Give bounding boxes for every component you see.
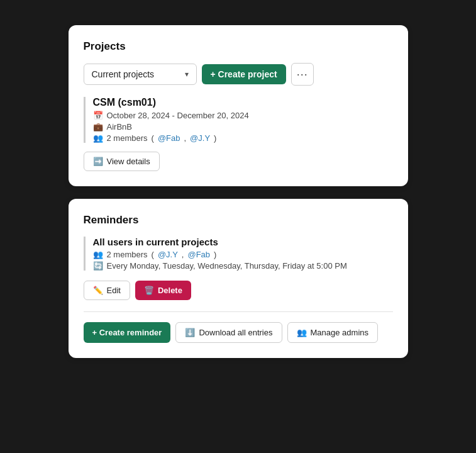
create-reminder-button[interactable]: + Create reminder [84, 322, 171, 343]
reminders-card: Reminders All users in current projects … [69, 199, 408, 358]
manage-admins-button[interactable]: 👥 Manage admins [287, 322, 379, 343]
project-company: 💼 AirBnB [93, 122, 393, 131]
project-members: 👥 2 members (@Fab, @J.Y) [93, 133, 393, 143]
view-details-label: View details [107, 157, 150, 166]
reminder-name: All users in current projects [93, 237, 393, 247]
edit-label: Edit [107, 286, 121, 295]
member1-link[interactable]: @Fab [158, 133, 180, 143]
download-icon: ⬇️ [185, 328, 195, 337]
briefcase-icon: 💼 [93, 122, 103, 131]
project-date: 📅 October 28, 2024 - December 20, 2024 [93, 111, 393, 120]
download-label: Download all entries [199, 328, 272, 337]
projects-toolbar: Current projects ▾ + Create project ··· [84, 63, 393, 86]
projects-dropdown[interactable]: Current projects ▾ [84, 64, 197, 85]
reminder-member2-link[interactable]: @Fab [187, 250, 210, 259]
bottom-actions: + Create reminder ⬇️ Download all entrie… [84, 322, 393, 343]
delete-label: Delete [158, 286, 182, 295]
manage-label: Manage admins [311, 328, 369, 337]
members-count: 2 members [107, 133, 148, 143]
delete-reminder-button[interactable]: 🗑️ Delete [135, 281, 191, 300]
reminder-member1-link[interactable]: @J.Y [158, 250, 178, 259]
reminder-item: All users in current projects 👥 2 member… [84, 237, 393, 271]
reminder-actions: ✏️ Edit 🗑️ Delete [84, 281, 393, 300]
create-project-button[interactable]: + Create project [202, 64, 286, 84]
reminder-schedule: 🔄 Every Monday, Tuesday, Wednesday, Thur… [93, 261, 393, 271]
arrow-right-icon: ➡️ [93, 157, 103, 166]
reminders-title: Reminders [84, 214, 393, 226]
reminder-schedule-text: Every Monday, Tuesday, Wednesday, Thursd… [107, 261, 347, 271]
projects-title: Projects [84, 40, 393, 53]
project-name: CSM (csm01) [93, 97, 393, 108]
dropdown-label: Current projects [92, 69, 155, 79]
view-details-button[interactable]: ➡️ View details [84, 152, 160, 171]
trash-icon: 🗑️ [144, 286, 154, 295]
people-icon: 👥 [93, 250, 103, 259]
member2-link[interactable]: @J.Y [190, 133, 210, 143]
reminder-members: 👥 2 members (@J.Y, @Fab) [93, 250, 393, 259]
admins-icon: 👥 [297, 328, 307, 337]
project-company-text: AirBnB [107, 122, 132, 131]
download-all-entries-button[interactable]: ⬇️ Download all entries [175, 322, 282, 343]
divider [84, 311, 393, 312]
edit-reminder-button[interactable]: ✏️ Edit [84, 281, 130, 300]
chevron-down-icon: ▾ [185, 70, 189, 79]
clock-icon: 🔄 [93, 261, 103, 271]
project-item: CSM (csm01) 📅 October 28, 2024 - Decembe… [84, 97, 393, 143]
projects-card: Projects Current projects ▾ + Create pro… [69, 25, 408, 186]
pencil-icon: ✏️ [93, 286, 103, 295]
more-options-button[interactable]: ··· [291, 63, 314, 86]
people-icon: 👥 [93, 133, 103, 143]
project-date-text: October 28, 2024 - December 20, 2024 [107, 111, 249, 120]
calendar-icon: 📅 [93, 111, 103, 120]
reminder-members-count: 2 members [107, 250, 148, 259]
